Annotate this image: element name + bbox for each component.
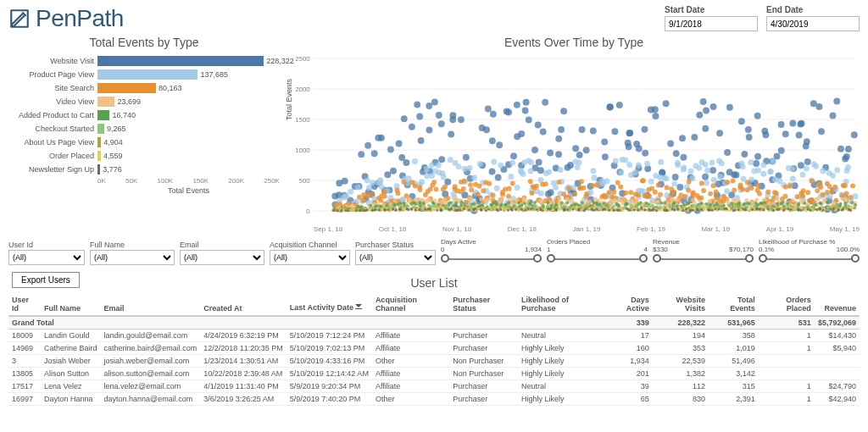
scatter-point[interactable]	[572, 145, 579, 152]
scatter-point[interactable]	[854, 203, 857, 207]
scatter-point[interactable]	[533, 201, 537, 204]
scatter-point[interactable]	[651, 204, 654, 208]
scatter-point[interactable]	[696, 208, 698, 211]
scatter-point[interactable]	[553, 185, 559, 191]
scatter-point[interactable]	[774, 191, 779, 196]
scatter-point[interactable]	[810, 100, 817, 107]
scatter-point[interactable]	[558, 167, 564, 173]
table-header[interactable]: Revenue	[815, 293, 860, 316]
scatter-point[interactable]	[708, 191, 713, 197]
scatter-point[interactable]	[813, 163, 819, 169]
scatter-point[interactable]	[772, 201, 776, 205]
table-header[interactable]: User Id	[8, 293, 41, 316]
scatter-point[interactable]	[430, 183, 435, 188]
table-row[interactable]: 16997Dayton Hannadayton.hanna@email.com3…	[8, 393, 860, 406]
scatter-point[interactable]	[611, 128, 618, 135]
scatter-point[interactable]	[664, 201, 667, 204]
scatter-point[interactable]	[485, 209, 487, 212]
table-header[interactable]: Last Activity Date	[287, 293, 372, 316]
scatter-point[interactable]	[607, 190, 612, 195]
scatter-point[interactable]	[829, 208, 832, 210]
scatter-point[interactable]	[673, 150, 680, 157]
scatter-point[interactable]	[818, 208, 821, 210]
scatter-point[interactable]	[584, 208, 587, 210]
scatter-point[interactable]	[626, 130, 633, 136]
scatter-point[interactable]	[523, 202, 526, 205]
scatter-point[interactable]	[714, 190, 719, 195]
scatter-point[interactable]	[563, 208, 565, 210]
scatter-point[interactable]	[468, 208, 470, 211]
scatter-point[interactable]	[476, 184, 481, 189]
scatter-point[interactable]	[548, 189, 554, 196]
scatter-point[interactable]	[458, 116, 465, 123]
bar-row[interactable]: Added Product to Cart 16,740	[8, 108, 280, 121]
scatter-point[interactable]	[343, 193, 349, 199]
scatter-point[interactable]	[355, 185, 361, 191]
scatter-point[interactable]	[528, 159, 534, 165]
scatter-point[interactable]	[332, 209, 335, 212]
scatter-point[interactable]	[505, 108, 512, 115]
scatter-point[interactable]	[743, 202, 746, 206]
scatter-point[interactable]	[714, 208, 716, 210]
scatter-point[interactable]	[711, 183, 716, 188]
scatter-point[interactable]	[611, 190, 616, 195]
scatter-point[interactable]	[692, 209, 694, 212]
scatter-point[interactable]	[722, 204, 726, 208]
scatter-point[interactable]	[584, 191, 589, 197]
scatter-point[interactable]	[340, 209, 342, 212]
scatter-point[interactable]	[696, 112, 703, 119]
scatter-point[interactable]	[809, 209, 811, 212]
scatter-point[interactable]	[762, 208, 765, 211]
table-header[interactable]: Likelihood of Purchase	[518, 293, 604, 316]
scatter-point[interactable]	[539, 199, 543, 203]
scatter-point[interactable]	[576, 152, 583, 158]
scatter-point[interactable]	[717, 174, 723, 180]
scatter-point[interactable]	[528, 168, 534, 174]
scatter-point[interactable]	[547, 150, 554, 157]
scatter-point[interactable]	[751, 208, 754, 211]
scatter-point[interactable]	[510, 180, 515, 186]
scatter-point[interactable]	[579, 126, 586, 133]
scatter-point[interactable]	[719, 161, 725, 167]
scatter-point[interactable]	[566, 208, 569, 211]
scatter-point[interactable]	[523, 99, 530, 106]
scatter-point[interactable]	[737, 202, 741, 205]
scatter-point[interactable]	[702, 125, 709, 132]
scatter-point[interactable]	[392, 208, 394, 210]
scatter-point[interactable]	[438, 156, 445, 163]
scatter-point[interactable]	[837, 146, 844, 152]
scatter-point[interactable]	[398, 154, 405, 161]
scatter-point[interactable]	[417, 185, 422, 190]
scatter-point[interactable]	[844, 191, 849, 196]
scatter-point[interactable]	[526, 116, 532, 123]
scatter-point[interactable]	[832, 208, 835, 210]
scatter-point[interactable]	[656, 183, 661, 188]
scatter-point[interactable]	[511, 208, 514, 211]
scatter-point[interactable]	[700, 202, 704, 205]
scatter-point[interactable]	[490, 111, 497, 118]
scatter-point[interactable]	[725, 180, 730, 185]
scatter-point[interactable]	[671, 190, 676, 195]
scatter-point[interactable]	[608, 208, 610, 211]
scatter-point[interactable]	[347, 209, 349, 212]
scatter-point[interactable]	[441, 174, 447, 180]
scatter-point[interactable]	[740, 187, 745, 192]
scatter-point[interactable]	[676, 208, 679, 210]
scatter-point[interactable]	[782, 208, 785, 211]
scatter-point[interactable]	[522, 197, 526, 202]
scatter-point[interactable]	[818, 201, 821, 204]
scatter-point[interactable]	[500, 192, 505, 197]
scatter-point[interactable]	[737, 208, 739, 211]
scatter-point[interactable]	[436, 163, 442, 169]
scatter-point[interactable]	[479, 197, 483, 202]
scatter-point[interactable]	[477, 161, 483, 167]
scatter-point[interactable]	[818, 128, 825, 135]
scatter-point[interactable]	[661, 175, 667, 181]
scatter-point[interactable]	[428, 208, 431, 210]
scatter-point[interactable]	[590, 183, 595, 188]
scatter-point[interactable]	[514, 102, 520, 108]
scatter-point[interactable]	[528, 179, 533, 184]
scatter-point[interactable]	[834, 167, 840, 173]
scatter-point[interactable]	[401, 180, 406, 185]
scatter-point[interactable]	[700, 98, 707, 105]
